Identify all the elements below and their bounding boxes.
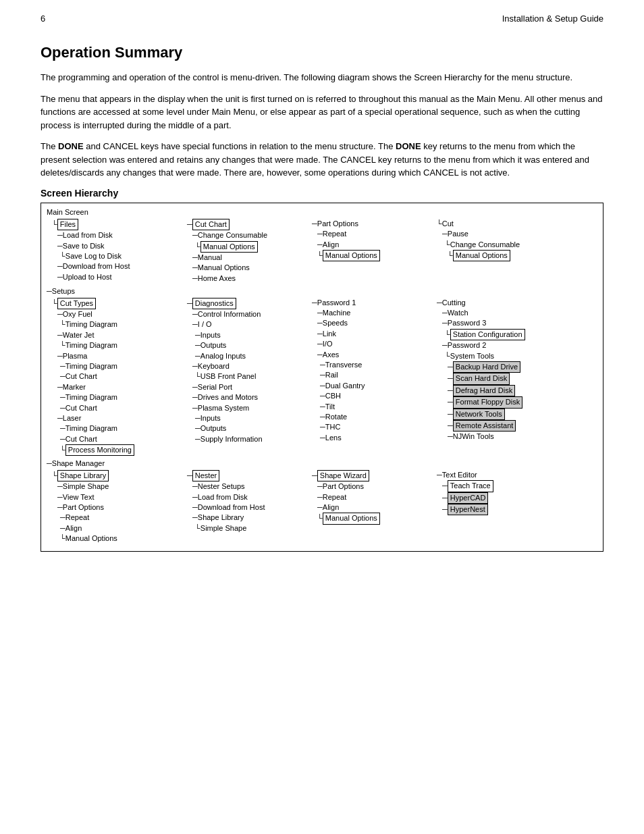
col-cutting: ─Cutting ─Watch ─Password 3 └Station Con… (437, 298, 555, 442)
col-shape-library: └Shape Library ─Simple Shape ─View Text … (52, 470, 187, 544)
col-shape-wizard: ─Shape Wizard ─Part Options ─Repeat ─Ali… (312, 470, 437, 525)
col-password1: ─Password 1 ─Machine ─Speeds ─Link ─I/O … (312, 298, 437, 443)
section-title: Operation Summary (41, 44, 603, 61)
page-number: 6 (41, 14, 45, 24)
main-screen-label: Main Screen (47, 207, 597, 217)
hierarchy-title: Screen Hierarchy (41, 188, 603, 199)
col-nester: ─Nester ─Nester Setups ─Load from Disk ─… (187, 470, 312, 533)
col-part-options: ─Part Options ─Repeat ─Align └Manual Opt… (312, 219, 437, 262)
col-text-editor: ─Text Editor ─Teach Trace ─HyperCAD ─Hyp… (437, 470, 555, 516)
setups-label: ─Setups (47, 286, 597, 296)
hierarchy-diagram: Main Screen └Files ─Load from Disk ─Save… (41, 203, 603, 552)
paragraph-1: The programming and operation of the con… (41, 71, 603, 84)
col-cut-chart: ─Cut Chart ─Change Consumable └Manual Op… (187, 219, 312, 284)
col-cut-types: └Cut Types ─Oxy Fuel └Timing Diagram ─Wa… (52, 298, 187, 457)
shape-manager-label: ─Shape Manager (47, 459, 597, 469)
col-diagnostics: ─Diagnostics ─Control Information ─I / O… (187, 298, 312, 444)
col-files: └Files ─Load from Disk ─Save to Disk └Sa… (52, 219, 187, 282)
guide-title: Installation & Setup Guide (502, 14, 603, 24)
paragraph-2: The menu that appears in the display whe… (41, 93, 603, 132)
paragraph-3: The DONE and CANCEL keys have special fu… (41, 140, 603, 180)
col-cut: └Cut ─Pause └Change Consumable └Manual O… (437, 219, 555, 262)
